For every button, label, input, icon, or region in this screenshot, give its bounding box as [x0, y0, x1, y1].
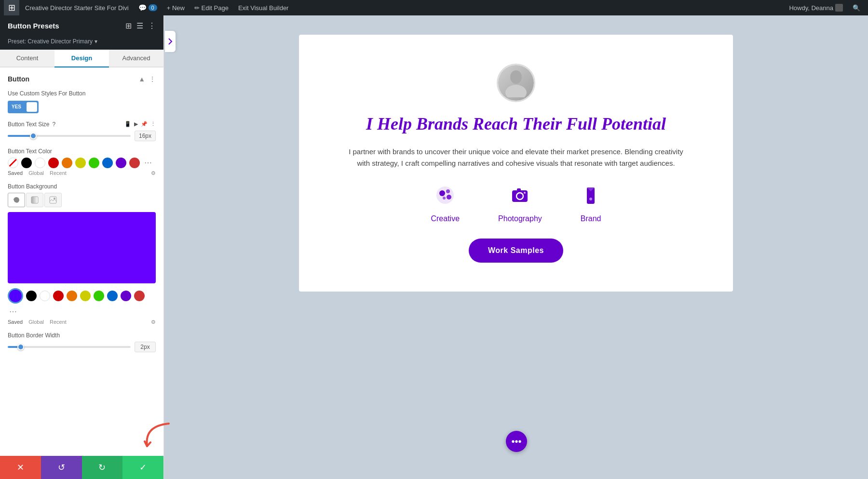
- pointer-icon[interactable]: ▶: [134, 121, 138, 127]
- bg-image-btn[interactable]: [44, 193, 62, 207]
- admin-new[interactable]: + New: [163, 0, 189, 15]
- swatch-green[interactable]: [89, 158, 99, 168]
- creative-label: Creative: [431, 214, 460, 223]
- swatch-red[interactable]: [48, 158, 59, 168]
- custom-styles-toggle[interactable]: YES: [8, 101, 39, 113]
- section-more-icon[interactable]: ⋮: [149, 75, 156, 83]
- admin-edit-page[interactable]: ✏ Edit Page: [190, 0, 232, 15]
- border-width-value[interactable]: 2px: [135, 342, 156, 352]
- mobile-icon[interactable]: 📱: [124, 121, 131, 127]
- bg-swatch-white[interactable]: [40, 291, 50, 301]
- tab-content[interactable]: Content: [0, 50, 54, 67]
- left-panel: Button Presets ⊞ ☰ ⋮ Preset: Creative Di…: [0, 15, 164, 479]
- swatch-pink-red[interactable]: [129, 158, 140, 168]
- photography-icon: [510, 186, 529, 209]
- slider-thumb[interactable]: [30, 133, 37, 139]
- admin-site-name[interactable]: Creative Director Starter Site For Divi: [21, 0, 133, 15]
- wp-logo[interactable]: ⊞: [4, 0, 19, 15]
- text-size-value[interactable]: 16px: [135, 131, 156, 141]
- svg-point-15: [524, 192, 526, 194]
- bg-type-buttons: [8, 193, 156, 207]
- floating-more-button[interactable]: •••: [506, 431, 527, 452]
- swatch-purple[interactable]: [116, 158, 126, 168]
- swatch-blue[interactable]: [102, 158, 113, 168]
- search-icon: 🔍: [853, 4, 860, 12]
- work-samples-button[interactable]: Work Samples: [469, 239, 563, 263]
- svg-point-8: [446, 189, 450, 193]
- bg-swatch-black[interactable]: [26, 291, 37, 301]
- bg-color-btn[interactable]: [8, 193, 25, 207]
- border-width-label-text: Button Border Width: [8, 332, 60, 339]
- save-icon: ✓: [139, 462, 147, 473]
- more-colors-btn[interactable]: ⋯: [143, 158, 153, 168]
- button-background-section: Button Background: [8, 183, 156, 325]
- admin-howdy[interactable]: Howdy, Deanna: [785, 4, 847, 12]
- bg-swatch-active-purple[interactable]: [8, 288, 23, 304]
- svg-point-10: [443, 197, 446, 200]
- bg-swatch-purple[interactable]: [121, 291, 131, 301]
- svg-rect-1: [31, 197, 38, 203]
- exit-builder-label: Exit Visual Builder: [238, 4, 289, 12]
- preset-dropdown-icon[interactable]: ▾: [95, 38, 97, 45]
- panel-subtitle: Preset: Creative Director Primary ▾: [0, 36, 163, 50]
- bg-swatch-blue[interactable]: [107, 291, 118, 301]
- color-labels: Saved Global Recent ⚙: [8, 170, 156, 176]
- brand-icon: [581, 186, 600, 209]
- howdy-avatar: [835, 4, 843, 12]
- preview-icons-row: Creative Photo: [431, 186, 601, 223]
- save-button[interactable]: ✓: [122, 456, 163, 479]
- toggle-yes-label: YES: [8, 101, 25, 113]
- more-icon[interactable]: ⋮: [148, 21, 156, 30]
- admin-exit-builder[interactable]: Exit Visual Builder: [234, 0, 293, 15]
- cancel-icon: ✕: [17, 462, 24, 473]
- border-width-slider-track[interactable]: [8, 346, 131, 348]
- bg-swatch-green[interactable]: [94, 291, 104, 301]
- cancel-button[interactable]: ✕: [0, 456, 41, 479]
- redo-button[interactable]: ↻: [82, 456, 123, 479]
- border-width-slider-row: 2px: [8, 342, 156, 352]
- undo-icon: ↺: [58, 462, 65, 473]
- button-text-size-row: Button Text Size ? 📱 ▶ 📌 ⋮ 16px: [8, 121, 156, 141]
- tab-design[interactable]: Design: [54, 50, 109, 67]
- bg-swatch-yellow[interactable]: [80, 291, 91, 301]
- border-slider-thumb[interactable]: [17, 344, 24, 350]
- more-options-icon[interactable]: ⋮: [150, 121, 156, 127]
- admin-search[interactable]: 🔍: [849, 4, 864, 12]
- bg-gradient-btn[interactable]: [26, 193, 43, 207]
- swatch-white[interactable]: [35, 158, 45, 168]
- duplicate-icon[interactable]: ⊞: [125, 21, 132, 30]
- bg-color-labels: Saved Global Recent ⚙: [8, 319, 156, 325]
- svg-point-17: [589, 198, 592, 200]
- swatch-orange[interactable]: [62, 158, 72, 168]
- collapse-icon[interactable]: ▲: [138, 75, 145, 83]
- undo-button[interactable]: ↺: [41, 456, 82, 479]
- panel-header-icons: ⊞ ☰ ⋮: [125, 21, 156, 30]
- bg-swatch-red[interactable]: [53, 291, 64, 301]
- bg-more-colors-btn[interactable]: ⋯: [8, 306, 18, 317]
- bg-swatch-pink-red[interactable]: [134, 291, 145, 301]
- swatch-yellow[interactable]: [75, 158, 86, 168]
- admin-comments[interactable]: 💬 0: [135, 0, 161, 15]
- recent-label: Recent: [50, 170, 67, 176]
- panel-header: Button Presets ⊞ ☰ ⋮: [0, 15, 163, 36]
- toggle-knob: [27, 102, 37, 112]
- section-header-icons: ▲ ⋮: [138, 75, 156, 83]
- button-border-width-row: Button Border Width 2px: [8, 332, 156, 352]
- avatar-placeholder: [498, 65, 534, 101]
- svg-point-4: [510, 70, 522, 84]
- global-label: Global: [28, 170, 44, 176]
- color-settings-icon[interactable]: ⚙: [151, 170, 156, 176]
- text-size-slider-track[interactable]: [8, 135, 131, 137]
- swatch-transparent[interactable]: [8, 158, 18, 168]
- pin-icon[interactable]: 📌: [141, 121, 148, 127]
- bg-settings-icon[interactable]: ⚙: [151, 319, 156, 325]
- howdy-label: Howdy, Deanna: [789, 4, 833, 12]
- panel-toggle[interactable]: [165, 31, 176, 52]
- layout-icon[interactable]: ☰: [136, 21, 143, 30]
- creative-icon: [435, 186, 455, 209]
- help-icon[interactable]: ?: [53, 121, 56, 128]
- swatch-black[interactable]: [21, 158, 32, 168]
- bg-swatch-orange[interactable]: [67, 291, 77, 301]
- right-content: I Help Brands Reach Their Full Potential…: [164, 15, 868, 479]
- tab-advanced[interactable]: Advanced: [109, 50, 163, 67]
